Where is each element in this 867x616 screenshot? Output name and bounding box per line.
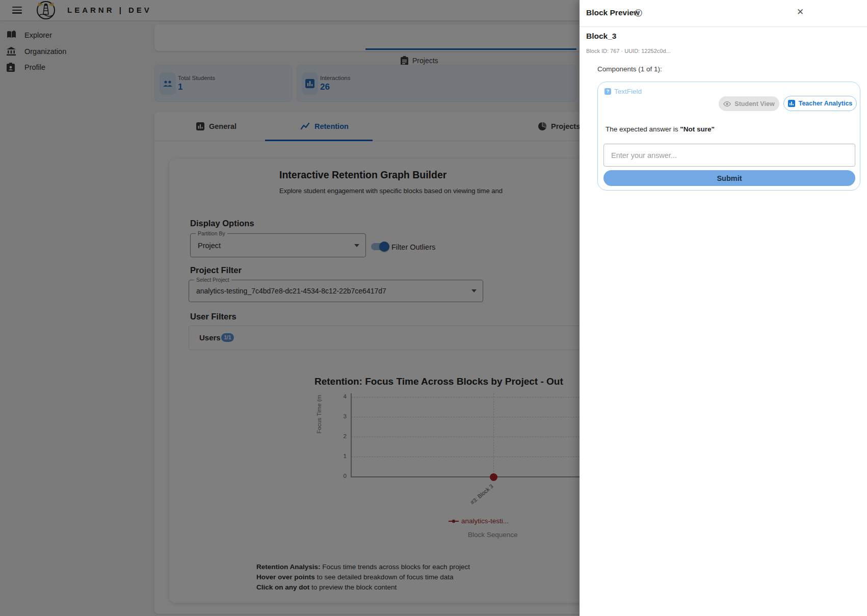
block-preview-panel: Block Preview ✕ Block_3 Block ID: 767 · … xyxy=(580,0,867,616)
analytics-icon xyxy=(788,100,795,107)
textfield-component-card: ? TextField Student View Teacher Analyti… xyxy=(597,82,860,191)
student-view-button[interactable]: Student View xyxy=(719,96,779,111)
expected-answer-text: The expected answer is "Not sure" xyxy=(606,125,715,133)
button-label: Teacher Analytics xyxy=(799,100,853,107)
close-icon[interactable]: ✕ xyxy=(794,6,806,18)
components-label: Components (1 of 1): xyxy=(597,65,662,73)
answer-input[interactable] xyxy=(603,144,855,167)
component-type-label: TextField xyxy=(614,88,642,95)
app-root: LEARNR | DEV Explorer Organization Profi… xyxy=(0,0,867,616)
block-meta: Block ID: 767 · UUID: 12252c0d... xyxy=(586,48,671,54)
button-label: Student View xyxy=(734,100,774,108)
divider xyxy=(580,26,867,27)
component-type: ? TextField xyxy=(605,88,642,95)
panel-title: Block Preview xyxy=(586,8,640,17)
question-mark-icon: ? xyxy=(605,88,611,95)
block-name: Block_3 xyxy=(586,32,616,41)
teacher-analytics-button[interactable]: Teacher Analytics xyxy=(783,96,857,111)
eye-icon xyxy=(723,101,731,106)
submit-button[interactable]: Submit xyxy=(603,170,855,186)
info-icon[interactable] xyxy=(635,9,642,19)
